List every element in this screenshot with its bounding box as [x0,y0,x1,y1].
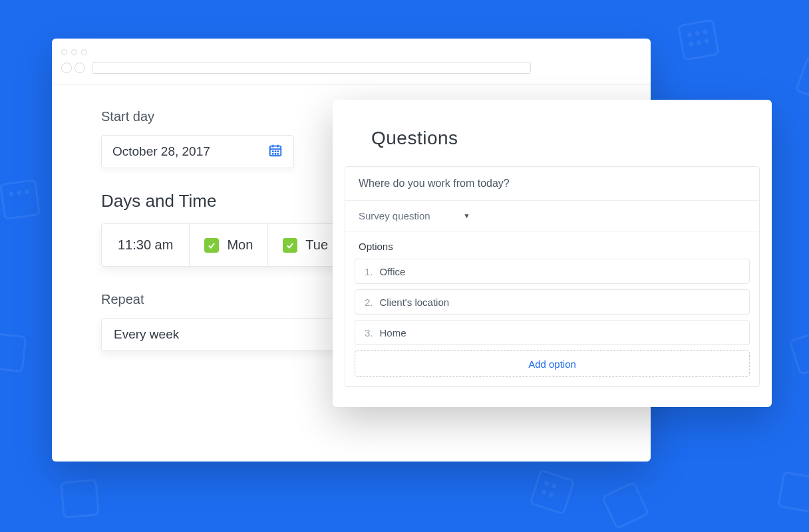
dropdown-triangle-icon: ▼ [464,212,470,219]
question-type-value: Survey question [359,210,430,221]
checkmark-icon [283,238,297,253]
svg-point-2 [696,32,699,35]
option-number: 3. [365,327,373,338]
svg-point-16 [545,481,548,485]
svg-point-1 [688,33,691,37]
svg-rect-0 [679,20,719,60]
option-number: 1. [365,266,373,277]
question-card: Where do you work from today? Survey que… [345,166,760,387]
svg-point-18 [542,491,546,494]
day-toggle-tue[interactable]: Tue [268,224,343,266]
svg-rect-21 [778,472,809,512]
option-number: 2. [365,297,373,308]
repeat-value: Every week [114,327,179,342]
svg-point-9 [9,193,13,196]
svg-rect-7 [796,58,809,102]
add-option-button[interactable]: Add option [355,350,750,377]
time-value[interactable]: 11:30 am [102,224,190,266]
window-close-dot[interactable] [61,49,67,55]
calendar-icon [268,143,283,161]
window-max-dot[interactable] [81,49,87,55]
svg-point-6 [705,40,709,43]
start-day-input[interactable]: October 28, 2017 [101,135,294,168]
options-label: Options [345,231,759,259]
svg-point-4 [690,43,693,46]
nav-back-icon[interactable] [61,63,72,73]
svg-point-10 [17,192,21,195]
svg-point-29 [273,153,273,154]
url-bar[interactable] [92,62,531,74]
option-row[interactable]: 1. Office [355,259,750,284]
days-time-row: 11:30 am Mon Tue [101,223,343,267]
svg-point-27 [275,151,275,152]
svg-rect-15 [530,470,574,514]
checkmark-icon [204,238,219,253]
svg-point-31 [277,153,278,154]
svg-point-30 [275,153,275,154]
nav-forward-icon[interactable] [75,63,85,73]
option-text: Office [380,266,406,277]
day-toggle-mon[interactable]: Mon [190,224,268,266]
svg-point-17 [553,484,556,487]
option-row[interactable]: 2. Client's location [355,289,750,315]
start-day-value: October 28, 2017 [112,144,210,159]
browser-nav [61,63,85,73]
svg-point-5 [697,41,701,45]
svg-point-28 [277,151,278,152]
option-row[interactable]: 3. Home [355,320,750,345]
option-text: Client's location [380,297,450,308]
question-text-input[interactable]: Where do you work from today? [345,167,759,201]
svg-point-11 [25,190,29,194]
svg-rect-12 [0,333,26,371]
day-label: Tue [305,237,328,253]
window-controls [61,49,641,55]
svg-point-19 [550,493,553,496]
browser-chrome [52,39,651,85]
add-option-label: Add option [528,358,576,370]
options-list: 1. Office 2. Client's location 3. Home A… [345,259,759,386]
questions-title: Questions [333,100,772,166]
svg-point-3 [704,31,707,34]
svg-rect-20 [602,482,648,528]
window-min-dot[interactable] [71,49,77,55]
svg-rect-14 [61,480,98,517]
question-type-select[interactable]: Survey question ▼ [345,201,759,231]
option-text: Home [380,327,406,338]
svg-point-26 [273,151,273,152]
day-label: Mon [227,237,253,253]
svg-rect-13 [790,331,809,374]
svg-rect-8 [1,180,40,219]
questions-panel: Questions Where do you work from today? … [333,100,772,407]
